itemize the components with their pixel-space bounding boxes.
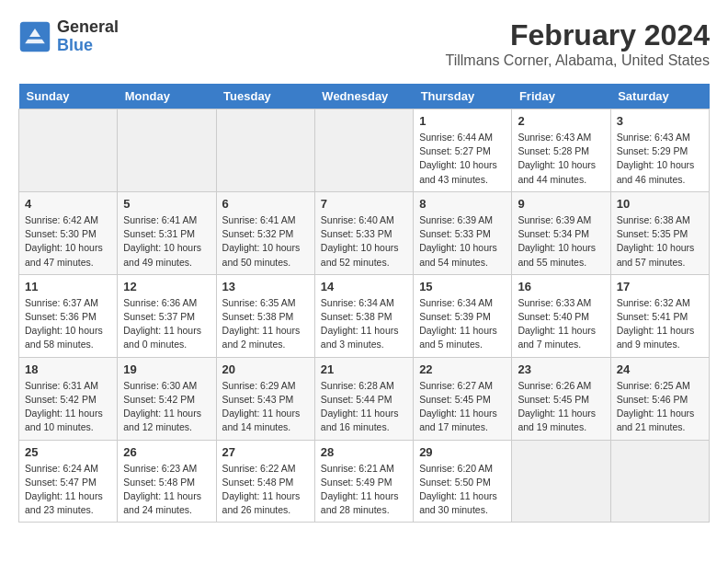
calendar-cell: 9Sunrise: 6:39 AM Sunset: 5:34 PM Daylig… (512, 191, 610, 274)
day-info: Sunrise: 6:32 AM Sunset: 5:41 PM Dayligh… (617, 296, 703, 352)
calendar-cell: 28Sunrise: 6:21 AM Sunset: 5:49 PM Dayli… (314, 440, 413, 523)
day-number: 12 (123, 280, 210, 293)
day-info: Sunrise: 6:25 AM Sunset: 5:46 PM Dayligh… (617, 379, 703, 435)
day-number: 26 (123, 445, 210, 459)
day-number: 2 (518, 114, 604, 128)
header-cell-sunday: Sunday (19, 84, 118, 109)
day-number: 17 (617, 280, 703, 293)
calendar-cell: 23Sunrise: 6:26 AM Sunset: 5:45 PM Dayli… (512, 357, 610, 440)
calendar-subtitle: Tillmans Corner, Alabama, United States (445, 52, 710, 69)
calendar-header: SundayMondayTuesdayWednesdayThursdayFrid… (19, 84, 710, 109)
header-cell-wednesday: Wednesday (314, 84, 413, 109)
day-number: 24 (617, 362, 703, 376)
header-cell-monday: Monday (118, 84, 216, 109)
calendar-cell: 17Sunrise: 6:32 AM Sunset: 5:41 PM Dayli… (610, 274, 709, 357)
week-row-5: 25Sunrise: 6:24 AM Sunset: 5:47 PM Dayli… (19, 440, 710, 523)
logo-general: General (57, 18, 119, 37)
calendar-table: SundayMondayTuesdayWednesdayThursdayFrid… (18, 84, 710, 523)
day-number: 29 (419, 445, 506, 459)
day-info: Sunrise: 6:37 AM Sunset: 5:36 PM Dayligh… (25, 296, 111, 352)
day-info: Sunrise: 6:24 AM Sunset: 5:47 PM Dayligh… (25, 462, 111, 518)
day-number: 9 (518, 197, 604, 211)
day-number: 14 (321, 280, 407, 293)
day-number: 7 (321, 197, 407, 211)
day-info: Sunrise: 6:30 AM Sunset: 5:42 PM Dayligh… (123, 379, 210, 435)
day-info: Sunrise: 6:27 AM Sunset: 5:45 PM Dayligh… (419, 379, 506, 435)
day-number: 10 (617, 197, 703, 211)
week-row-1: 1Sunrise: 6:44 AM Sunset: 5:27 PM Daylig… (19, 109, 710, 192)
page-header: General Blue February 2024 Tillmans Corn… (18, 18, 710, 69)
calendar-cell: 15Sunrise: 6:34 AM Sunset: 5:39 PM Dayli… (414, 274, 512, 357)
day-number: 8 (419, 197, 506, 211)
calendar-cell: 25Sunrise: 6:24 AM Sunset: 5:47 PM Dayli… (19, 440, 118, 523)
day-number: 11 (25, 280, 111, 293)
day-number: 1 (419, 114, 506, 128)
day-info: Sunrise: 6:41 AM Sunset: 5:32 PM Dayligh… (222, 213, 309, 270)
day-info: Sunrise: 6:40 AM Sunset: 5:33 PM Dayligh… (321, 213, 407, 270)
day-info: Sunrise: 6:43 AM Sunset: 5:29 PM Dayligh… (617, 131, 703, 187)
day-number: 22 (419, 362, 506, 376)
day-info: Sunrise: 6:43 AM Sunset: 5:28 PM Dayligh… (518, 131, 604, 187)
day-number: 3 (617, 114, 703, 128)
calendar-cell: 21Sunrise: 6:28 AM Sunset: 5:44 PM Dayli… (314, 357, 413, 440)
day-info: Sunrise: 6:34 AM Sunset: 5:39 PM Dayligh… (419, 296, 506, 352)
day-number: 6 (222, 197, 309, 211)
calendar-cell (19, 109, 118, 192)
header-cell-tuesday: Tuesday (216, 84, 314, 109)
week-row-2: 4Sunrise: 6:42 AM Sunset: 5:30 PM Daylig… (19, 191, 710, 274)
calendar-cell: 24Sunrise: 6:25 AM Sunset: 5:46 PM Dayli… (610, 357, 709, 440)
day-number: 15 (419, 280, 506, 293)
calendar-cell: 29Sunrise: 6:20 AM Sunset: 5:50 PM Dayli… (414, 440, 512, 523)
day-number: 28 (321, 445, 407, 459)
calendar-cell: 7Sunrise: 6:40 AM Sunset: 5:33 PM Daylig… (314, 191, 413, 274)
calendar-cell: 16Sunrise: 6:33 AM Sunset: 5:40 PM Dayli… (512, 274, 610, 357)
day-info: Sunrise: 6:29 AM Sunset: 5:43 PM Dayligh… (222, 379, 309, 435)
header-cell-friday: Friday (512, 84, 610, 109)
day-info: Sunrise: 6:42 AM Sunset: 5:30 PM Dayligh… (25, 213, 111, 270)
svg-rect-2 (27, 37, 43, 40)
calendar-cell: 6Sunrise: 6:41 AM Sunset: 5:32 PM Daylig… (216, 191, 314, 274)
day-number: 25 (25, 445, 111, 459)
day-info: Sunrise: 6:26 AM Sunset: 5:45 PM Dayligh… (518, 379, 604, 435)
day-info: Sunrise: 6:36 AM Sunset: 5:37 PM Dayligh… (123, 296, 210, 352)
day-number: 18 (25, 362, 111, 376)
calendar-cell: 12Sunrise: 6:36 AM Sunset: 5:37 PM Dayli… (118, 274, 216, 357)
logo-blue: Blue (57, 37, 119, 55)
day-number: 16 (518, 280, 604, 293)
logo-icon (18, 20, 51, 53)
header-cell-thursday: Thursday (414, 84, 512, 109)
day-info: Sunrise: 6:28 AM Sunset: 5:44 PM Dayligh… (321, 379, 407, 435)
calendar-cell (216, 109, 314, 192)
calendar-cell: 2Sunrise: 6:43 AM Sunset: 5:28 PM Daylig… (512, 109, 610, 192)
calendar-cell: 19Sunrise: 6:30 AM Sunset: 5:42 PM Dayli… (118, 357, 216, 440)
day-info: Sunrise: 6:31 AM Sunset: 5:42 PM Dayligh… (25, 379, 111, 435)
day-number: 19 (123, 362, 210, 376)
calendar-cell: 14Sunrise: 6:34 AM Sunset: 5:38 PM Dayli… (314, 274, 413, 357)
calendar-cell: 20Sunrise: 6:29 AM Sunset: 5:43 PM Dayli… (216, 357, 314, 440)
day-number: 13 (222, 280, 309, 293)
day-info: Sunrise: 6:39 AM Sunset: 5:33 PM Dayligh… (419, 213, 506, 270)
calendar-cell (610, 440, 709, 523)
calendar-cell: 18Sunrise: 6:31 AM Sunset: 5:42 PM Dayli… (19, 357, 118, 440)
title-block: February 2024 Tillmans Corner, Alabama, … (445, 18, 710, 69)
calendar-cell: 5Sunrise: 6:41 AM Sunset: 5:31 PM Daylig… (118, 191, 216, 274)
day-info: Sunrise: 6:21 AM Sunset: 5:49 PM Dayligh… (321, 462, 407, 518)
day-info: Sunrise: 6:41 AM Sunset: 5:31 PM Dayligh… (123, 213, 210, 270)
calendar-cell: 4Sunrise: 6:42 AM Sunset: 5:30 PM Daylig… (19, 191, 118, 274)
calendar-cell: 13Sunrise: 6:35 AM Sunset: 5:38 PM Dayli… (216, 274, 314, 357)
day-info: Sunrise: 6:23 AM Sunset: 5:48 PM Dayligh… (123, 462, 210, 518)
calendar-cell: 3Sunrise: 6:43 AM Sunset: 5:29 PM Daylig… (610, 109, 709, 192)
week-row-3: 11Sunrise: 6:37 AM Sunset: 5:36 PM Dayli… (19, 274, 710, 357)
day-info: Sunrise: 6:38 AM Sunset: 5:35 PM Dayligh… (617, 213, 703, 270)
calendar-cell: 11Sunrise: 6:37 AM Sunset: 5:36 PM Dayli… (19, 274, 118, 357)
calendar-cell (314, 109, 413, 192)
calendar-cell (118, 109, 216, 192)
day-number: 5 (123, 197, 210, 211)
day-number: 21 (321, 362, 407, 376)
calendar-cell: 10Sunrise: 6:38 AM Sunset: 5:35 PM Dayli… (610, 191, 709, 274)
calendar-cell: 27Sunrise: 6:22 AM Sunset: 5:48 PM Dayli… (216, 440, 314, 523)
day-info: Sunrise: 6:35 AM Sunset: 5:38 PM Dayligh… (222, 296, 309, 352)
calendar-cell: 22Sunrise: 6:27 AM Sunset: 5:45 PM Dayli… (414, 357, 512, 440)
day-number: 23 (518, 362, 604, 376)
day-number: 4 (25, 197, 111, 211)
